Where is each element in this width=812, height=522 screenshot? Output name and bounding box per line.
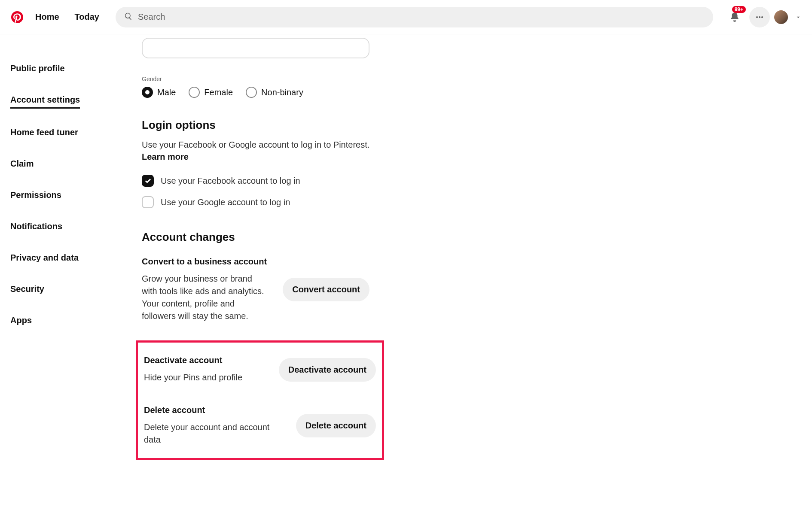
svg-point-0 — [756, 16, 758, 18]
notifications-button[interactable]: 99+ — [724, 7, 745, 27]
login-options-title: Login options — [142, 118, 571, 132]
convert-account-block: Convert to a business account Grow your … — [142, 257, 369, 322]
deactivate-heading: Deactivate account — [144, 355, 265, 365]
gender-radio-male[interactable]: Male — [142, 87, 176, 98]
settings-sidebar: Public profile Account settings Home fee… — [0, 34, 142, 460]
learn-more-link[interactable]: Learn more — [142, 152, 189, 162]
header: Home Today 99+ — [0, 0, 812, 34]
convert-heading: Convert to a business account — [142, 257, 269, 267]
delete-account-block: Delete account Delete your account and a… — [144, 405, 376, 446]
notification-badge: 99+ — [732, 6, 746, 13]
radio-label: Male — [157, 88, 176, 97]
messages-button[interactable] — [749, 7, 770, 27]
sidebar-item-home-feed-tuner[interactable]: Home feed tuner — [10, 122, 78, 143]
deactivate-desc: Hide your Pins and profile — [144, 371, 265, 384]
delete-desc: Delete your account and account data — [144, 421, 282, 446]
svg-point-1 — [759, 16, 760, 18]
gender-radios: Male Female Non-binary — [142, 87, 571, 98]
google-login-toggle[interactable]: Use your Google account to log in — [142, 196, 571, 208]
header-actions: 99+ — [724, 7, 804, 27]
convert-desc: Grow your business or brand with tools l… — [142, 273, 269, 322]
gender-radio-nonbinary[interactable]: Non-binary — [246, 87, 303, 98]
search-icon — [124, 12, 133, 22]
delete-account-button[interactable]: Delete account — [296, 414, 376, 437]
radio-icon — [142, 87, 153, 98]
search-bar[interactable] — [116, 7, 713, 27]
deactivate-account-button[interactable]: Deactivate account — [279, 358, 376, 382]
radio-icon — [189, 87, 200, 98]
deactivate-account-block: Deactivate account Hide your Pins and pr… — [144, 355, 376, 384]
delete-heading: Delete account — [144, 405, 282, 415]
checkbox-label: Use your Facebook account to log in — [161, 176, 300, 186]
checkbox-label: Use your Google account to log in — [161, 197, 290, 207]
today-link[interactable]: Today — [70, 9, 104, 25]
convert-account-button[interactable]: Convert account — [283, 278, 369, 301]
sidebar-item-permissions[interactable]: Permissions — [10, 185, 61, 205]
gender-radio-female[interactable]: Female — [189, 87, 233, 98]
sidebar-item-apps[interactable]: Apps — [10, 310, 32, 331]
search-input[interactable] — [138, 12, 705, 22]
search-wrap — [116, 7, 713, 27]
radio-label: Non-binary — [261, 88, 303, 97]
account-menu-button[interactable] — [792, 11, 804, 23]
radio-icon — [246, 87, 257, 98]
sidebar-item-notifications[interactable]: Notifications — [10, 216, 62, 237]
sidebar-item-security[interactable]: Security — [10, 279, 44, 299]
settings-main: Gender Male Female Non-binary Login opti… — [142, 34, 571, 460]
sidebar-item-public-profile[interactable]: Public profile — [10, 58, 65, 79]
input-field-box[interactable] — [142, 38, 369, 58]
danger-zone-highlight: Deactivate account Hide your Pins and pr… — [136, 340, 384, 460]
radio-label: Female — [204, 88, 233, 97]
sidebar-item-privacy-and-data[interactable]: Privacy and data — [10, 248, 79, 268]
login-options-desc: Use your Facebook or Google account to l… — [142, 139, 571, 151]
home-link[interactable]: Home — [30, 9, 64, 25]
svg-point-2 — [761, 16, 763, 18]
gender-label: Gender — [142, 76, 571, 82]
pinterest-logo-icon[interactable] — [9, 9, 25, 25]
checkbox-icon — [142, 175, 154, 187]
facebook-login-toggle[interactable]: Use your Facebook account to log in — [142, 175, 571, 187]
avatar[interactable] — [774, 10, 788, 24]
sidebar-item-claim[interactable]: Claim — [10, 154, 34, 174]
checkbox-icon — [142, 196, 154, 208]
sidebar-item-account-settings[interactable]: Account settings — [10, 90, 80, 109]
account-changes-title: Account changes — [142, 231, 571, 244]
